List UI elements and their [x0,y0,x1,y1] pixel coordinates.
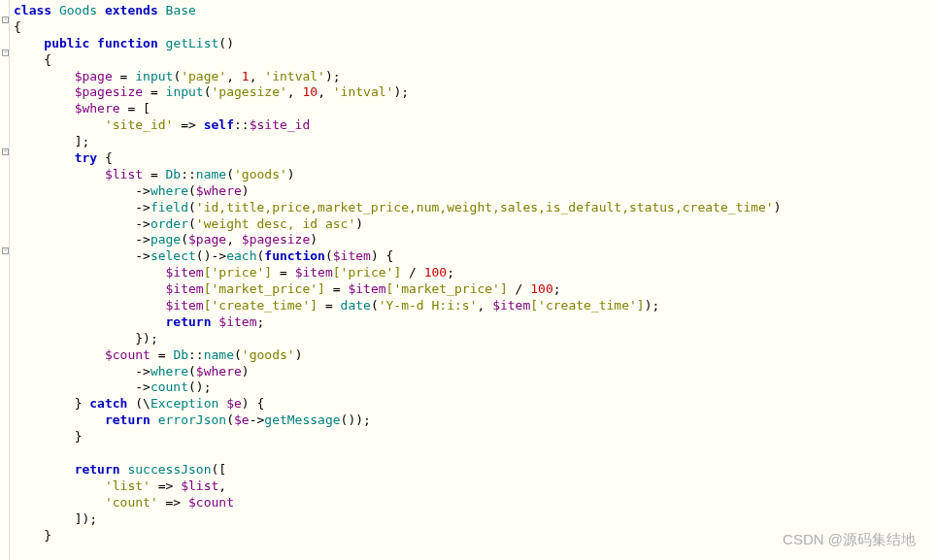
function-call: input [135,69,173,83]
variable: $e [234,412,250,427]
string: 'goods' [242,347,295,362]
method: select [150,248,196,263]
brace-close: } [75,429,83,444]
bracket-close: ]); [75,511,97,526]
function-call: errorJson [158,412,226,427]
class-db: Db [166,167,182,181]
brace-close: }); [135,331,157,346]
variable: $list [181,478,218,493]
variable: $item [166,265,204,280]
keyword-try: try [75,150,97,165]
variable: $count [105,347,150,362]
method: count [150,379,188,394]
variable: $site_id [250,117,311,132]
variable: $where [196,183,242,198]
string: 'site_id' [105,117,173,132]
variable: $item [166,298,204,313]
string: 'market_price' [212,281,318,296]
method: page [150,232,181,247]
brace-close: } [44,528,51,543]
variable: $e [226,396,242,411]
number: 100 [530,281,552,296]
keyword-catch: catch [89,396,127,411]
number: 1 [242,69,250,83]
string: 'price' [212,265,265,280]
method: where [150,364,188,379]
string: 'market_price' [393,281,500,296]
function-call: input [166,84,204,99]
variable: $pagesize [242,232,310,247]
number: 10 [302,84,317,99]
method: getMessage [264,412,340,427]
variable: $item [218,314,256,329]
fold-marker[interactable]: - [2,148,9,155]
string: 'create_time' [538,298,637,313]
variable: $page [75,69,113,83]
variable: $page [188,232,226,247]
method: order [150,216,188,231]
bracket-close: ]; [75,134,90,148]
keyword-return: return [166,314,212,329]
class-name: Goods [59,3,97,17]
method: field [150,200,188,214]
variable: $where [75,101,120,115]
variable: $count [188,495,234,510]
method: each [226,248,256,263]
fold-marker[interactable]: - [2,16,9,23]
string: 'pagesize' [212,84,287,99]
keyword-self: self [204,117,234,132]
string: 'Y-m-d H:i:s' [379,298,478,313]
variable: $item [348,281,385,296]
keyword-function: function [97,36,158,50]
variable: $item [295,265,333,280]
string: 'intval' [264,69,325,83]
variable: $item [166,281,204,296]
string: 'price' [341,265,394,280]
method: name [204,347,234,362]
class-base: Base [166,3,196,17]
fold-marker[interactable]: - [2,247,9,254]
brace: { [44,52,51,67]
method-name: getList [166,36,219,50]
keyword-public: public [44,36,89,50]
string: 'create_time' [212,298,311,313]
variable: $where [196,364,242,379]
class-db: Db [173,347,188,362]
string: 'page' [181,69,226,83]
string: 'count' [105,495,158,510]
keyword-return: return [75,462,120,477]
keyword-return: return [105,412,150,427]
string: 'intval' [333,84,394,99]
function-call: successJson [127,462,211,477]
method: name [196,167,226,181]
gutter: - - - - [0,0,10,560]
variable: $list [105,167,143,181]
string: 'goods' [234,167,287,181]
watermark: CSDN @源码集结地 [783,530,916,549]
keyword-function: function [264,248,325,263]
keyword-class: class [14,3,51,17]
string: 'list' [105,478,150,493]
variable: $pagesize [75,84,143,99]
brace: { [14,19,21,34]
class-exception: Exception [150,396,218,411]
variable: $item [492,298,530,313]
method: where [150,183,188,198]
array-key: [ [204,265,212,280]
variable: $item [333,248,371,263]
fold-marker[interactable]: - [2,49,9,56]
string: 'id,title,price,market_price,num,weight,… [196,200,774,214]
keyword-extends: extends [105,3,158,17]
code-block: class Goods extends Base { public functi… [14,3,782,544]
function-call: date [341,298,371,313]
string: 'weight desc, id asc' [196,216,355,231]
number: 100 [424,265,447,280]
